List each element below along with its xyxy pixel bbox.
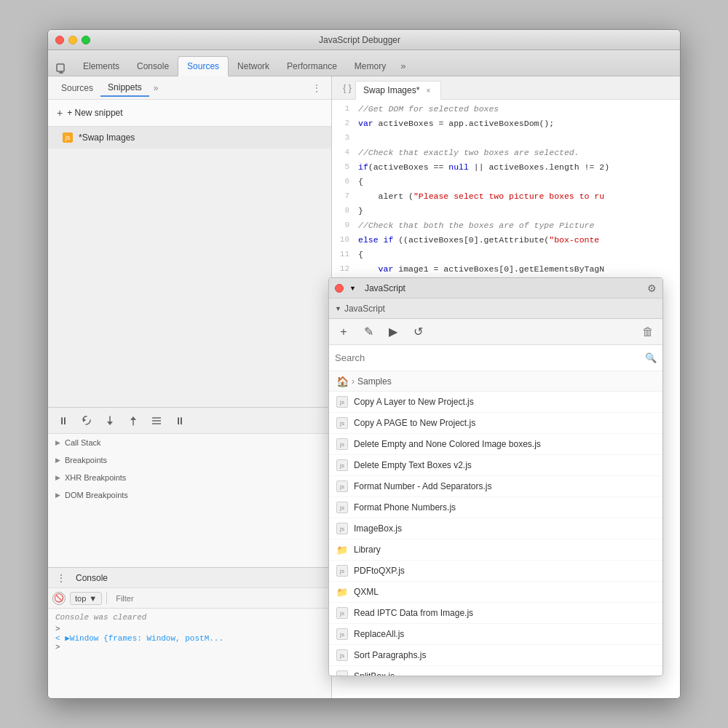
file-doc-icon: js	[336, 480, 348, 492]
popup-file-item[interactable]: js SplitBox.js	[329, 666, 662, 676]
console-menu-button[interactable]: ⋮	[54, 571, 68, 585]
code-line-4: 4 //Check that exactly two boxes are sel…	[332, 146, 680, 161]
popup-breadcrumb: 🏠 › Samples	[329, 371, 662, 392]
window-title: JavaScript Debugger	[47, 35, 673, 45]
call-stack-section[interactable]: ▶ Call Stack	[48, 434, 331, 451]
popup-search-input[interactable]	[335, 352, 645, 363]
tab-performance[interactable]: Performance	[278, 57, 346, 76]
code-line-8: 8 }	[332, 205, 680, 219]
code-line-2: 2 var activeBoxes = app.activeBoxesDom()…	[332, 117, 680, 132]
prompt-symbol: >	[55, 625, 60, 633]
console-clear-button[interactable]: 🚫	[52, 592, 66, 605]
popup-file-item[interactable]: js Copy A PAGE to New Project.js	[329, 413, 662, 434]
pause-button[interactable]: ⏸	[55, 413, 71, 429]
dom-breakpoints-label: DOM Breakpoints	[65, 491, 128, 499]
console-area: ⋮ Console 🚫 top ▼ Console was cleared >	[48, 567, 331, 698]
dropdown-arrow: ▼	[89, 594, 97, 603]
popup-folder-item-library[interactable]: 📁 Library	[329, 539, 662, 561]
call-stack-label: Call Stack	[65, 438, 101, 447]
title-bar: JavaScript Debugger	[48, 30, 680, 50]
inspect-icon[interactable]	[54, 61, 68, 76]
popup-file-item[interactable]: js Delete Empty Text Boxes v2.js	[329, 455, 662, 476]
sub-tab-sources[interactable]: Sources	[54, 80, 100, 96]
tab-memory[interactable]: Memory	[346, 57, 395, 76]
sub-tab-snippets[interactable]: Snippets	[100, 79, 149, 97]
popup-file-item[interactable]: js Sort Paragraphs.js	[329, 645, 662, 666]
file-name: *Swap Images	[79, 132, 135, 143]
tab-console[interactable]: Console	[128, 57, 178, 76]
breakpoints-section[interactable]: ▶ Breakpoints	[48, 451, 331, 469]
svg-marker-7	[130, 416, 136, 420]
home-icon[interactable]: 🏠	[336, 376, 349, 387]
context-value: top	[75, 594, 86, 603]
sub-tab-more[interactable]: »	[149, 80, 163, 96]
console-cleared-message: Console was cleared	[55, 613, 324, 622]
format-button[interactable]: { }	[339, 80, 355, 96]
edit-snippet-button[interactable]: ✎	[360, 323, 377, 341]
tab-more-button[interactable]: »	[395, 56, 411, 76]
popup-file-item[interactable]: js ImageBox.js	[329, 518, 662, 539]
popup-file-item[interactable]: js Format Phone Numbers.js	[329, 497, 662, 518]
breadcrumb-folder[interactable]: Samples	[357, 376, 392, 387]
run-snippet-button[interactable]: ▶	[384, 323, 402, 341]
context-dropdown[interactable]: top ▼	[70, 592, 102, 605]
tab-elements[interactable]: Elements	[74, 57, 128, 76]
step-over-button[interactable]	[79, 413, 95, 429]
step-into-button[interactable]	[102, 413, 118, 429]
tab-network[interactable]: Network	[229, 57, 278, 76]
popup-file-item[interactable]: js Format Number - Add Separators.js	[329, 476, 662, 497]
divider	[106, 593, 107, 604]
new-snippet-label: + New snippet	[67, 108, 122, 118]
prompt-symbol-2: >	[55, 643, 60, 652]
popup-file-item[interactable]: js PDFtoQXP.js	[329, 561, 662, 582]
code-line-1: 1 //Get DOM for selected boxes	[332, 103, 680, 117]
sub-header-triangle: ▼	[335, 305, 341, 312]
console-tab[interactable]: Console	[68, 570, 115, 586]
xhr-breakpoints-section[interactable]: ▶ XHR Breakpoints	[48, 469, 331, 486]
code-line-9: 9 //Check that both the boxes are of typ…	[332, 219, 680, 234]
file-icon: js	[63, 132, 73, 143]
new-snippet-button[interactable]: + + New snippet	[48, 100, 331, 127]
file-item-name: SplitBox.js	[354, 671, 395, 676]
tab-close-button[interactable]: ×	[423, 85, 433, 95]
file-doc-icon: js	[336, 523, 348, 534]
popup-folder-item-qxml[interactable]: 📁 QXML	[329, 582, 662, 603]
popup-file-item[interactable]: js Read IPTC Data from Image.js	[329, 603, 662, 624]
file-doc-icon: js	[336, 565, 348, 577]
popup-gear-button[interactable]: ⚙	[647, 282, 657, 294]
popup-close-dot[interactable]	[335, 284, 344, 293]
code-line-7: 7 alert ("Please select two picture boxe…	[332, 190, 680, 205]
file-item-name: Copy A PAGE to New Project.js	[354, 418, 475, 428]
main-tab-bar: Elements Console Sources Network Perform…	[48, 50, 680, 76]
dom-breakpoints-section[interactable]: ▶ DOM Breakpoints	[48, 486, 331, 504]
file-doc-icon: js	[336, 417, 348, 429]
delete-button[interactable]: 🗑	[639, 323, 657, 341]
file-item-name: ReplaceAll.js	[354, 629, 404, 639]
pause-on-exceptions-button[interactable]: ⏸	[172, 413, 188, 429]
deactivate-button[interactable]	[149, 413, 165, 429]
console-filter-input[interactable]	[111, 593, 327, 604]
xhr-breakpoints-label: XHR Breakpoints	[65, 473, 126, 482]
step-out-button[interactable]	[125, 413, 141, 429]
breadcrumb-separator: ›	[352, 376, 355, 387]
file-item-swap-images[interactable]: js *Swap Images	[48, 127, 331, 149]
popup-sub-title: JavaScript	[344, 304, 385, 314]
popup-title-bar: ▼ JavaScript ⚙	[329, 278, 662, 298]
add-snippet-button[interactable]: +	[335, 323, 352, 341]
popup-file-item[interactable]: js ReplaceAll.js	[329, 624, 662, 645]
file-item-name: Delete Empty and None Colored Image boxe…	[354, 439, 541, 449]
left-panel: Sources Snippets » ⋮ + + New snippet js …	[48, 76, 332, 698]
popup-file-item[interactable]: js Copy A Layer to New Project.js	[329, 392, 662, 413]
code-line-11: 11 {	[332, 248, 680, 263]
popup-file-item[interactable]: js Delete Empty and None Colored Image b…	[329, 434, 662, 455]
console-line-3: >	[55, 643, 324, 652]
sub-tab-menu[interactable]: ⋮	[308, 80, 325, 96]
popup-sub-header: ▼ JavaScript	[329, 298, 662, 319]
file-doc-icon: js	[336, 670, 348, 676]
file-item-name: Format Phone Numbers.js	[354, 502, 456, 513]
console-tab-bar: ⋮ Console	[48, 568, 331, 588]
reload-button[interactable]: ↺	[409, 323, 427, 341]
popup-title: JavaScript	[365, 283, 405, 293]
editor-tab-swap-images[interactable]: Swap Images* ×	[355, 81, 441, 100]
tab-sources[interactable]: Sources	[178, 56, 229, 76]
